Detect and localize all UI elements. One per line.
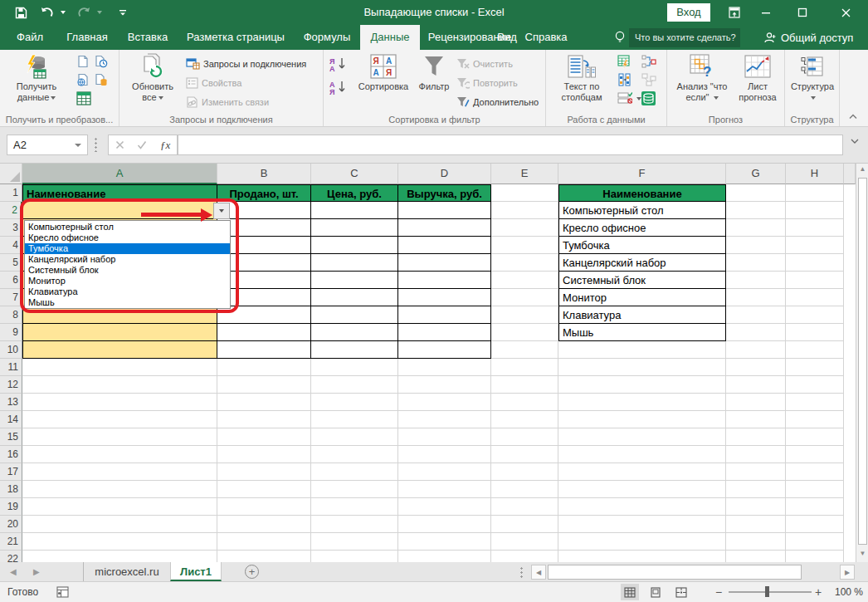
row-header-9[interactable]: 9 <box>0 324 22 341</box>
sheet-nav-left-icon[interactable]: ◀ <box>10 567 17 576</box>
cell-A22[interactable] <box>22 551 217 562</box>
cell-F12[interactable] <box>558 376 726 394</box>
cell-C7[interactable] <box>311 289 398 306</box>
formula-bar-gripper[interactable] <box>95 137 97 152</box>
cell-G16[interactable] <box>726 446 786 463</box>
cell-G8[interactable] <box>726 306 786 324</box>
zoom-in-icon[interactable]: + <box>815 585 822 599</box>
row-header-17[interactable]: 17 <box>0 463 22 481</box>
horizontal-scroll-thumb[interactable] <box>548 565 802 580</box>
cell-D2[interactable] <box>398 202 491 219</box>
tab-scroll-gripper[interactable] <box>520 566 523 578</box>
cell-E18[interactable] <box>491 481 558 498</box>
formula-bar-expand-icon[interactable] <box>850 138 860 144</box>
cell-H22[interactable] <box>786 551 844 562</box>
relationships-icon[interactable] <box>641 73 656 87</box>
cell-E14[interactable] <box>491 411 558 428</box>
cell-H10[interactable] <box>786 341 844 359</box>
cell-B20[interactable] <box>217 516 311 533</box>
cell-D21[interactable] <box>398 533 491 551</box>
cell-G11[interactable] <box>726 359 786 376</box>
cell-F5[interactable]: Канцелярский набор <box>558 254 726 272</box>
tab-view[interactable]: Вид <box>488 25 526 50</box>
cell-E13[interactable] <box>491 394 558 411</box>
macro-record-icon[interactable] <box>56 586 69 598</box>
cell-E10[interactable] <box>491 341 558 359</box>
tab-insert[interactable]: Вставка <box>118 25 178 50</box>
column-header-F[interactable]: F <box>558 164 726 184</box>
cell-C8[interactable] <box>311 306 398 324</box>
row-header-21[interactable]: 21 <box>0 533 22 551</box>
cell-H18[interactable] <box>786 481 844 498</box>
cell-E20[interactable] <box>491 516 558 533</box>
cell-C2[interactable] <box>311 202 398 219</box>
cell-D4[interactable] <box>398 237 491 254</box>
maximize-icon[interactable] <box>788 0 817 25</box>
cell-C19[interactable] <box>311 498 398 516</box>
cell-G13[interactable] <box>726 394 786 411</box>
tab-help[interactable]: Справка <box>524 25 568 50</box>
insert-function-icon[interactable]: ƒx <box>160 139 170 152</box>
share-button[interactable]: Общий доступ <box>763 25 853 50</box>
scroll-up-icon[interactable]: ▲ <box>857 165 868 176</box>
cell-F18[interactable] <box>558 481 726 498</box>
ribbon-display-options-icon[interactable] <box>720 0 749 25</box>
cell-G7[interactable] <box>726 289 786 306</box>
zoom-slider-track[interactable] <box>729 591 812 593</box>
cell-A10[interactable] <box>22 341 217 359</box>
get-data-button[interactable]: Получить данные <box>8 51 65 103</box>
cell-C3[interactable] <box>311 219 398 237</box>
row-header-2[interactable]: 2 <box>0 202 22 219</box>
cell-H7[interactable] <box>786 289 844 306</box>
minimize-icon[interactable] <box>752 0 780 25</box>
tab-file[interactable]: Файл <box>7 25 53 50</box>
cell-H19[interactable] <box>786 498 844 516</box>
row-header-4[interactable]: 4 <box>0 237 22 254</box>
cell-D14[interactable] <box>398 411 491 428</box>
from-text-csv-icon[interactable] <box>76 55 90 68</box>
cell-G5[interactable] <box>726 254 786 272</box>
row-header-12[interactable]: 12 <box>0 376 22 394</box>
cell-C21[interactable] <box>311 533 398 551</box>
recent-sources-icon[interactable] <box>94 55 108 68</box>
cell-H2[interactable] <box>786 202 844 219</box>
tab-formulas[interactable]: Формулы <box>294 25 360 50</box>
cell-F14[interactable] <box>558 411 726 428</box>
column-header-A[interactable]: A <box>22 164 217 184</box>
cell-B10[interactable] <box>217 341 311 359</box>
cell-B21[interactable] <box>217 533 311 551</box>
vertical-scrollbar[interactable]: ▲ ▼ <box>856 164 868 562</box>
cell-D11[interactable] <box>398 359 491 376</box>
cell-F1[interactable]: Наименование <box>558 184 726 202</box>
cell-H21[interactable] <box>786 533 844 551</box>
row-header-22[interactable]: 22 <box>0 551 22 562</box>
collapse-ribbon-icon[interactable] <box>848 113 858 121</box>
cell-B16[interactable] <box>217 446 311 463</box>
cell-C5[interactable] <box>311 254 398 272</box>
cell-A16[interactable] <box>22 446 217 463</box>
cell-E11[interactable] <box>491 359 558 376</box>
cell-E3[interactable] <box>491 219 558 237</box>
cell-B19[interactable] <box>217 498 311 516</box>
cell-D3[interactable] <box>398 219 491 237</box>
cell-C6[interactable] <box>311 272 398 289</box>
cell-C4[interactable] <box>311 237 398 254</box>
hscroll-left-icon[interactable]: ◀ <box>531 565 546 580</box>
cell-D10[interactable] <box>398 341 491 359</box>
cell-G2[interactable] <box>726 202 786 219</box>
properties-button[interactable]: Свойства <box>186 77 241 89</box>
cell-A9[interactable] <box>22 324 217 341</box>
column-header-C[interactable]: C <box>311 164 398 184</box>
clear-filter-button[interactable]: Очистить <box>456 58 513 70</box>
cell-E16[interactable] <box>491 446 558 463</box>
view-normal-button[interactable] <box>621 584 639 600</box>
cell-D18[interactable] <box>398 481 491 498</box>
forecast-sheet-button[interactable]: Лист прогноза <box>734 51 782 103</box>
column-header-E[interactable]: E <box>491 164 558 184</box>
cell-G3[interactable] <box>726 219 786 237</box>
cell-B17[interactable] <box>217 463 311 481</box>
cell-A20[interactable] <box>22 516 217 533</box>
cell-B15[interactable] <box>217 428 311 446</box>
existing-connections-icon[interactable] <box>94 73 108 86</box>
cell-D20[interactable] <box>398 516 491 533</box>
